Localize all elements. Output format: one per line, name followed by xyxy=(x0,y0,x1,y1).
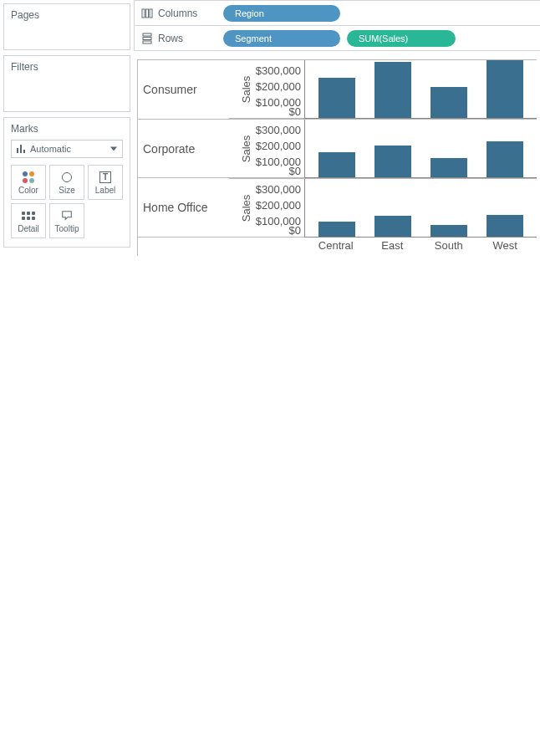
pill-segment[interactable]: Segment xyxy=(223,30,340,47)
chevron-down-icon xyxy=(110,147,117,151)
pill-label: Segment xyxy=(235,33,272,43)
svg-rect-0 xyxy=(142,9,145,18)
x-tick-label: East xyxy=(374,239,410,252)
marks-tooltip-button[interactable]: Tooltip xyxy=(49,203,84,238)
bar[interactable] xyxy=(487,60,523,118)
row-header-label: Corporate xyxy=(143,142,195,156)
svg-rect-4 xyxy=(143,37,151,39)
marks-color-label: Color xyxy=(18,186,38,195)
marks-size-label: Size xyxy=(59,186,74,195)
columns-icon xyxy=(141,8,153,19)
chart-row: Sales$0$100,000$200,000$300,000 xyxy=(229,119,537,178)
marks-tooltip-label: Tooltip xyxy=(55,224,79,233)
plot-area[interactable] xyxy=(304,120,537,178)
row-header-label: Home Office xyxy=(143,201,208,214)
chart-row: Sales$0$100,000$200,000$300,000 xyxy=(229,178,537,238)
marks-size-button[interactable]: Size xyxy=(49,165,84,200)
y-tick-label: $200,000 xyxy=(256,79,301,92)
svg-rect-1 xyxy=(146,9,149,18)
pill-label: Region xyxy=(235,8,264,18)
x-axis[interactable]: CentralEastSouthWest xyxy=(229,238,537,256)
y-tick-label: $100,000 xyxy=(256,95,301,108)
x-tick-label: South xyxy=(430,239,467,252)
svg-rect-5 xyxy=(143,41,151,43)
chart-row: Sales$0$100,000$200,000$300,000 xyxy=(229,59,537,119)
row-header-corporate[interactable]: Corporate xyxy=(138,120,229,179)
y-axis[interactable]: Sales$0$100,000$200,000$300,000 xyxy=(229,60,304,119)
bar[interactable] xyxy=(430,87,467,118)
plot-area[interactable] xyxy=(304,60,537,119)
marks-detail-label: Detail xyxy=(18,224,39,233)
bar[interactable] xyxy=(318,152,355,177)
rows-label: Rows xyxy=(158,33,183,44)
y-tick-label: $100,000 xyxy=(256,214,301,227)
y-tick-label: $300,000 xyxy=(256,64,301,76)
y-axis-title: Sales xyxy=(240,135,252,162)
bar[interactable] xyxy=(374,146,411,177)
marks-card: Marks Automatic Color Size T Label xyxy=(3,117,130,248)
filters-title: Filters xyxy=(11,61,123,73)
row-header-consumer[interactable]: Consumer xyxy=(138,60,229,120)
y-axis-title: Sales xyxy=(240,75,252,103)
row-header-label: Consumer xyxy=(143,83,197,96)
size-icon xyxy=(62,172,72,182)
svg-rect-2 xyxy=(150,9,152,18)
plot-area[interactable] xyxy=(304,179,537,238)
y-tick-label: $300,000 xyxy=(256,123,301,135)
row-header-home-office[interactable]: Home Office xyxy=(138,178,229,238)
color-icon xyxy=(23,171,34,183)
x-tick-label: Central xyxy=(318,239,354,252)
marks-label-label: Label xyxy=(95,186,115,195)
bar[interactable] xyxy=(487,215,523,237)
y-tick-label: $100,000 xyxy=(256,155,301,167)
bar[interactable] xyxy=(487,141,523,177)
tooltip-icon xyxy=(61,209,73,222)
bar-chart-icon xyxy=(17,145,25,153)
pill-label: SUM(Sales) xyxy=(359,33,408,43)
rows-shelf[interactable]: Rows Segment SUM(Sales) xyxy=(134,25,540,50)
detail-icon xyxy=(22,212,35,220)
y-axis-title: Sales xyxy=(240,194,252,222)
bar[interactable] xyxy=(374,216,411,237)
y-axis[interactable]: Sales$0$100,000$200,000$300,000 xyxy=(229,179,304,238)
marks-title: Marks xyxy=(11,123,123,135)
svg-rect-3 xyxy=(143,33,151,36)
filters-shelf[interactable]: Filters xyxy=(3,55,130,112)
bar[interactable] xyxy=(374,62,411,118)
pages-title: Pages xyxy=(11,9,123,21)
pill-region[interactable]: Region xyxy=(223,5,340,22)
mark-type-dropdown[interactable]: Automatic xyxy=(11,140,123,158)
rows-icon xyxy=(141,33,153,44)
marks-color-button[interactable]: Color xyxy=(11,165,46,200)
columns-label: Columns xyxy=(158,8,197,19)
y-axis[interactable]: Sales$0$100,000$200,000$300,000 xyxy=(229,120,304,178)
pill-sum-sales[interactable]: SUM(Sales) xyxy=(347,30,456,47)
columns-shelf[interactable]: Columns Region xyxy=(134,0,540,25)
bar[interactable] xyxy=(430,225,467,237)
bar[interactable] xyxy=(430,158,467,177)
bar[interactable] xyxy=(318,78,355,118)
x-tick-label: West xyxy=(487,239,523,252)
viz-canvas[interactable]: Consumer Corporate Home Office Sales$0$1… xyxy=(134,51,540,256)
y-tick-label: $200,000 xyxy=(256,198,301,211)
y-tick-label: $200,000 xyxy=(256,139,301,151)
text-icon: T xyxy=(99,171,111,183)
marks-detail-button[interactable]: Detail xyxy=(11,203,46,238)
marks-label-button[interactable]: T Label xyxy=(88,165,123,200)
y-tick-label: $300,000 xyxy=(256,182,301,195)
mark-type-label: Automatic xyxy=(30,144,71,154)
bar[interactable] xyxy=(318,222,355,237)
pages-shelf[interactable]: Pages xyxy=(3,3,130,50)
